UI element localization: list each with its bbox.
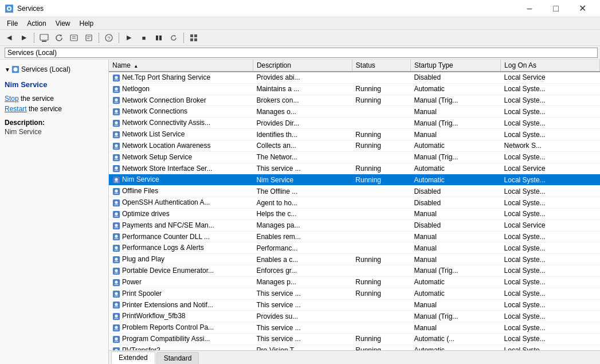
table-row[interactable]: Problem Reports Control Pa...This servic… — [109, 322, 600, 334]
description-label: Description: — [5, 119, 104, 127]
table-row[interactable]: Print SpoolerThis service ...RunningAuto… — [109, 288, 600, 299]
forward-button[interactable]: ▶ — [17, 32, 31, 44]
menu-file[interactable]: File — [2, 18, 22, 29]
cell-startup: Manual — [410, 299, 500, 311]
cell-startup: Disabled — [410, 72, 500, 83]
refresh-button[interactable] — [52, 32, 66, 44]
cell-desc: This service ... — [253, 163, 352, 174]
cell-status — [352, 186, 410, 197]
svg-point-74 — [115, 280, 117, 283]
table-row[interactable]: Network Store Interface Ser...This servi… — [109, 163, 600, 174]
cell-startup: Manual — [410, 242, 500, 254]
cell-desc: Agent to ho... — [253, 197, 352, 209]
table-row[interactable]: Network ConnectionsManages o...ManualLoc… — [109, 106, 600, 118]
table-row[interactable]: Network Connection BrokerBrokers con...R… — [109, 95, 600, 106]
svg-point-44 — [115, 167, 117, 170]
cell-status — [352, 231, 410, 242]
view-toggle-button[interactable] — [187, 32, 201, 44]
tab-standard[interactable]: Standard — [156, 352, 199, 364]
table-row[interactable]: PrintWorkflow_5fb38Provides su...Manual … — [109, 311, 600, 322]
close-button[interactable]: ✕ — [569, 0, 595, 17]
cell-name: PrintWorkflow_5fb38 — [109, 311, 253, 322]
cell-name: Portable Device Enumerator... — [109, 265, 253, 277]
address-path[interactable]: Services (Local) — [5, 48, 598, 58]
sort-arrow-name: ▲ — [134, 64, 138, 69]
table-row[interactable]: PowerManages p...RunningAutomaticLocal S… — [109, 276, 600, 288]
table-row[interactable]: Performance Counter DLL ...Enables rem..… — [109, 231, 600, 242]
table-row[interactable]: PVTransfer2Pro-Vision T...RunningAutomat… — [109, 345, 600, 350]
tab-extended[interactable]: Extended — [111, 351, 155, 364]
cell-name: Plug and Play — [109, 254, 253, 265]
show-desktop-button[interactable] — [37, 32, 51, 44]
col-header-logon[interactable]: Log On As — [501, 60, 600, 72]
sidebar-nav-item-local[interactable]: ▼ Services (Local) — [5, 64, 104, 75]
svg-point-56 — [115, 212, 117, 215]
cell-name: Program Compatibility Assi... — [109, 334, 253, 345]
cell-logon: Local Syste... — [501, 174, 600, 186]
cell-desc: This service ... — [253, 334, 352, 345]
play-button[interactable]: ▶ — [122, 32, 136, 44]
cell-name: Nim Service — [109, 174, 253, 186]
help-button[interactable]: ? — [102, 32, 116, 44]
table-row[interactable]: Network List ServiceIdentifies th...Runn… — [109, 129, 600, 140]
table-row[interactable]: Network Connectivity Assis...Provides Di… — [109, 118, 600, 129]
cell-desc: Enables a c... — [253, 254, 352, 265]
export-button[interactable] — [67, 32, 81, 44]
col-header-status[interactable]: Status — [352, 60, 410, 72]
minimize-button[interactable]: – — [516, 0, 543, 17]
cell-status — [352, 118, 410, 129]
col-header-name[interactable]: Name ▲ — [109, 60, 253, 72]
table-row[interactable]: NetlogonMaintains a ...RunningAutomaticL… — [109, 83, 600, 95]
bottom-tabs: Extended Standard — [109, 350, 600, 364]
services-table[interactable]: Name ▲ Description Status Startup Type L… — [109, 60, 600, 350]
svg-point-29 — [115, 110, 117, 113]
table-row[interactable]: Offline FilesThe Offline ...DisabledLoca… — [109, 186, 600, 197]
svg-rect-3 — [40, 34, 48, 40]
table-row[interactable]: Payments and NFC/SE Man...Manages pa...D… — [109, 220, 600, 231]
properties-button[interactable] — [82, 32, 96, 44]
col-header-startup[interactable]: Startup Type — [410, 60, 500, 72]
cell-logon: Local Syste... — [501, 299, 600, 311]
cell-logon: Local Service — [501, 72, 600, 83]
table-row[interactable]: OpenSSH Authentication A...Agent to ho..… — [109, 197, 600, 209]
menu-action[interactable]: Action — [22, 18, 50, 29]
maximize-button[interactable]: □ — [543, 0, 569, 17]
cell-desc: Manages pa... — [253, 220, 352, 231]
svg-rect-75 — [115, 284, 119, 284]
cell-desc: Nim Service — [253, 174, 352, 186]
table-row[interactable]: Net.Tcp Port Sharing ServiceProvides abi… — [109, 72, 600, 83]
cell-status — [352, 72, 410, 83]
table-row[interactable]: Nim ServiceNim ServiceRunningAutomaticLo… — [109, 174, 600, 186]
table-row[interactable]: Printer Extensions and Notif...This serv… — [109, 299, 600, 311]
svg-rect-81 — [115, 307, 119, 307]
restart-button[interactable] — [167, 32, 181, 44]
table-row[interactable]: Network Location AwarenessCollects an...… — [109, 140, 600, 151]
cell-startup: Manual (Trig... — [410, 151, 500, 163]
svg-rect-45 — [115, 170, 119, 171]
restart-link[interactable]: Restart — [5, 105, 27, 113]
col-header-desc[interactable]: Description — [253, 60, 352, 72]
stop-button[interactable]: ■ — [137, 32, 151, 44]
toolbar: ◀ ▶ — [0, 30, 600, 46]
cell-name: Network Store Interface Ser... — [109, 163, 253, 174]
table-row[interactable]: Performance Logs & AlertsPerformanc...Ma… — [109, 242, 600, 254]
table-row[interactable]: Portable Device Enumerator...Enforces gr… — [109, 265, 600, 277]
cell-desc: Brokers con... — [253, 95, 352, 106]
table-row[interactable]: Optimize drivesHelps the c...ManualLocal… — [109, 208, 600, 220]
cell-logon: Local Syste... — [501, 118, 600, 129]
cell-status: Running — [352, 174, 410, 186]
sidebar-local-label: Services (Local) — [21, 65, 70, 73]
menu-help[interactable]: Help — [75, 18, 99, 29]
cell-logon: Local Syste... — [501, 334, 600, 345]
cell-status — [352, 242, 410, 254]
table-row[interactable]: Plug and PlayEnables a c...RunningManual… — [109, 254, 600, 265]
svg-point-77 — [115, 292, 117, 295]
stop-link[interactable]: Stop — [5, 95, 19, 103]
menu-view[interactable]: View — [51, 18, 75, 29]
pause-button[interactable]: ▮▮ — [152, 32, 166, 44]
back-button[interactable]: ◀ — [2, 32, 16, 44]
toolbar-sep-3 — [119, 33, 119, 43]
cell-status: Running — [352, 83, 410, 95]
table-row[interactable]: Program Compatibility Assi...This servic… — [109, 334, 600, 345]
table-row[interactable]: Network Setup ServiceThe Networ...Manual… — [109, 151, 600, 163]
